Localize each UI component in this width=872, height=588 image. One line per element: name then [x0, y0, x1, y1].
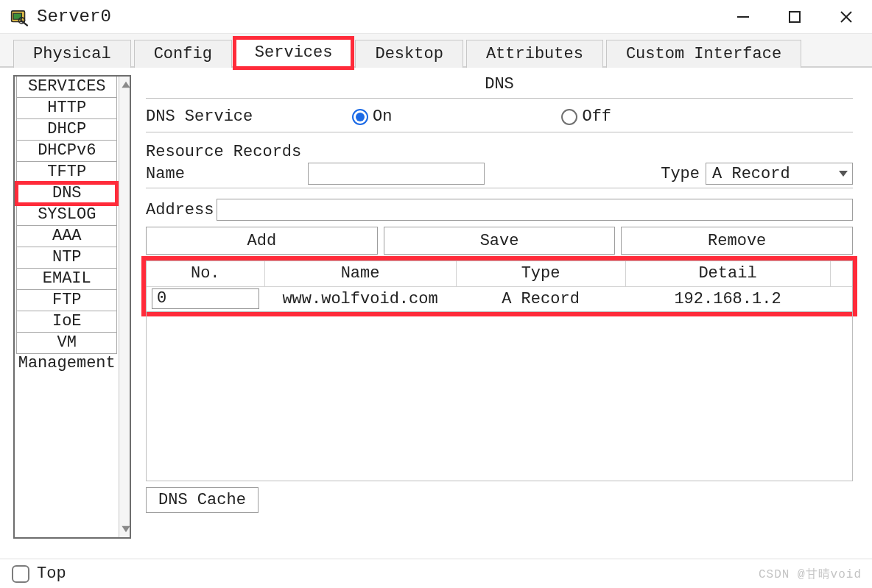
address-label: Address: [146, 201, 214, 219]
records-empty-area[interactable]: [146, 312, 853, 481]
window-controls: [717, 0, 872, 34]
type-label: Type: [661, 165, 700, 183]
radio-off-label: Off: [582, 107, 611, 126]
col-detail[interactable]: Detail: [625, 261, 830, 286]
tab-services[interactable]: Services: [235, 38, 353, 68]
tab-physical[interactable]: Physical: [13, 40, 131, 68]
tab-bar: Physical Config Services Desktop Attribu…: [0, 34, 872, 68]
watermark: CSDN @甘晴void: [759, 567, 862, 582]
scroll-down-icon: [121, 524, 131, 534]
top-checkbox[interactable]: [12, 565, 29, 583]
col-spacer: [830, 261, 852, 286]
services-sidebar: SERVICES HTTP DHCP DHCPv6 TFTP DNS SYSLO…: [13, 75, 131, 539]
sidebar-item-ioe[interactable]: IoE: [16, 311, 117, 333]
chevron-down-icon: [839, 171, 848, 177]
cell-no: 0: [152, 288, 259, 309]
sidebar-item-vm-management[interactable]: VM Management: [16, 332, 117, 354]
dns-service-on[interactable]: On: [352, 107, 392, 126]
sidebar-item-dhcp[interactable]: DHCP: [16, 118, 117, 141]
table-row[interactable]: 0 www.wolfvoid.com A Record 192.168.1.2: [147, 286, 852, 311]
app-icon: [10, 7, 29, 26]
dns-service-off[interactable]: Off: [561, 107, 611, 126]
close-button[interactable]: [820, 0, 872, 34]
sidebar-item-tftp[interactable]: TFTP: [16, 161, 117, 183]
scroll-up-icon: [121, 79, 131, 90]
add-button[interactable]: Add: [146, 227, 378, 255]
dns-service-label: DNS Service: [146, 107, 352, 126]
resource-records-title: Resource Records: [146, 143, 853, 161]
name-label: Name: [146, 165, 227, 183]
sidebar-item-dhcpv6[interactable]: DHCPv6: [16, 140, 117, 162]
table-header-row: No. Name Type Detail: [147, 261, 852, 286]
dns-panel: DNS DNS Service On Off Resource Records …: [134, 68, 872, 559]
sidebar-item-http[interactable]: HTTP: [16, 97, 117, 119]
tab-desktop[interactable]: Desktop: [355, 40, 463, 68]
col-type[interactable]: Type: [456, 261, 625, 286]
cell-name: www.wolfvoid.com: [264, 286, 456, 311]
sidebar-item-aaa[interactable]: AAA: [16, 225, 117, 247]
panel-title: DNS: [146, 75, 853, 99]
top-label: Top: [37, 564, 66, 583]
radio-on-icon: [352, 109, 368, 125]
address-input[interactable]: [217, 199, 853, 221]
name-input[interactable]: [308, 163, 485, 185]
maximize-button[interactable]: [769, 0, 820, 34]
type-select[interactable]: A Record: [706, 163, 853, 185]
footer: Top: [0, 559, 872, 588]
sidebar-item-syslog[interactable]: SYSLOG: [16, 204, 117, 226]
dns-cache-button[interactable]: DNS Cache: [146, 487, 259, 513]
tab-attributes[interactable]: Attributes: [466, 40, 603, 68]
col-no[interactable]: No.: [147, 261, 264, 286]
titlebar: Server0: [0, 0, 872, 34]
remove-button[interactable]: Remove: [621, 227, 853, 255]
radio-off-icon: [561, 109, 577, 125]
sidebar-item-dns[interactable]: DNS: [16, 183, 117, 205]
cell-type: A Record: [456, 286, 625, 311]
type-select-value: A Record: [712, 165, 790, 183]
tab-custom-interface[interactable]: Custom Interface: [606, 40, 801, 68]
cell-detail: 192.168.1.2: [625, 286, 830, 311]
sidebar-item-ftp[interactable]: FTP: [16, 289, 117, 311]
col-name[interactable]: Name: [264, 261, 456, 286]
minimize-button[interactable]: [717, 0, 769, 34]
svg-rect-3: [790, 12, 800, 22]
save-button[interactable]: Save: [384, 227, 616, 255]
sidebar-item-email[interactable]: EMAIL: [16, 268, 117, 290]
records-table: No. Name Type Detail 0 www.wolfvoid.com …: [146, 261, 853, 312]
tab-config[interactable]: Config: [134, 40, 232, 68]
radio-on-label: On: [373, 107, 392, 126]
window-title: Server0: [37, 7, 111, 26]
sidebar-item-services-header[interactable]: SERVICES: [16, 77, 117, 98]
sidebar-scrollbar[interactable]: [119, 77, 130, 537]
sidebar-item-ntp[interactable]: NTP: [16, 247, 117, 269]
